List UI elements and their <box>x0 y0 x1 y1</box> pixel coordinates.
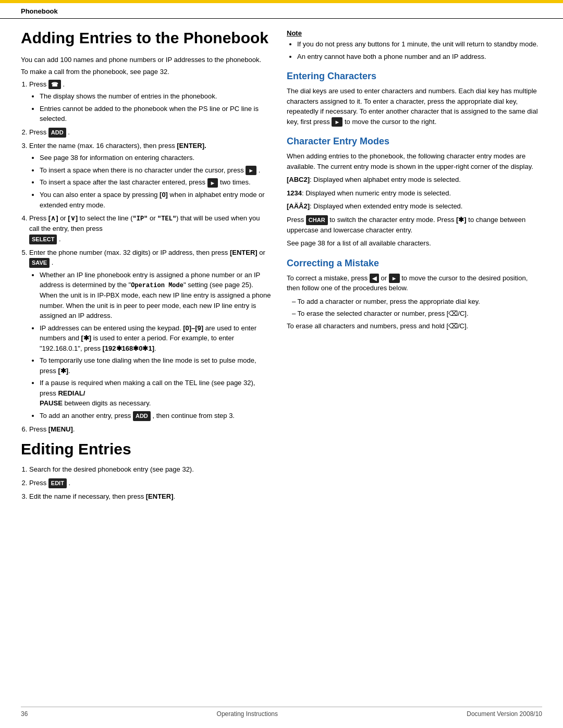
left-arrow-key: ◀ <box>370 274 379 283</box>
editing-step-1: Search for the desired phonebook entry (… <box>29 464 271 475</box>
footer-center: Operating Instructions <box>217 710 278 718</box>
note-bullet-1: If you do not press any buttons for 1 mi… <box>297 39 542 50</box>
editing-title: Editing Entries <box>21 440 271 458</box>
entering-characters-body: The dial keys are used to enter characte… <box>287 86 542 127</box>
step-5-bullet-2: IP addresses can be entered using the ke… <box>40 323 271 354</box>
footer-right: Document Version 2008/10 <box>467 710 542 718</box>
footer: 36 Operating Instructions Document Versi… <box>21 707 542 718</box>
right-arrow-key-2: ► <box>207 178 218 188</box>
content-area: Adding Entries to the Phonebook You can … <box>0 19 563 516</box>
intro-1: You can add 100 names and phone numbers … <box>21 55 271 65</box>
step-2-text: Press ADD . <box>29 128 70 136</box>
footer-page-num: 36 <box>21 710 28 718</box>
note-bullets: If you do not press any buttons for 1 mi… <box>287 39 542 61</box>
step-5-bullet-4: If a pause is required when making a cal… <box>40 378 271 409</box>
right-arrow-key-4: ► <box>389 274 400 283</box>
editing-step-2-text: Press EDIT . <box>29 479 70 487</box>
left-column: Adding Entries to the Phonebook You can … <box>21 29 271 505</box>
intro-2: To make a call from the phonebook, see p… <box>21 67 271 77</box>
step-5-bullets: Whether an IP line phonebook entry is as… <box>29 270 271 421</box>
note-box: Note If you do not press any buttons for… <box>287 29 542 61</box>
step-3-bullets: See page 38 for information on entering … <box>29 153 271 210</box>
save-key: SAVE <box>29 258 50 268</box>
page: Phonebook Adding Entries to the Phoneboo… <box>0 0 563 728</box>
editing-step-3: Edit the name if necessary, then press [… <box>29 491 271 502</box>
correcting-dash-2: To erase the selected character or numbe… <box>292 309 542 319</box>
page-title: Adding Entries to the Phonebook <box>21 29 271 47</box>
header: Phonebook <box>0 3 563 19</box>
correcting-mistake-section: Correcting a Mistake To correct a mistak… <box>287 258 542 331</box>
step-4: Press [∧] or [∨] to select the line ("IP… <box>29 213 271 244</box>
step-3-bullet-1: See page 38 for information on entering … <box>40 153 271 163</box>
char-mode-footer1: Press CHAR to switch the character entry… <box>287 215 542 235</box>
select-key: SELECT <box>29 235 57 244</box>
character-entry-modes-title: Character Entry Modes <box>287 136 542 147</box>
add-key: ADD <box>48 128 66 138</box>
right-arrow-key-3: ► <box>332 117 342 127</box>
editing-steps-list: Search for the desired phonebook entry (… <box>21 464 271 501</box>
correcting-dash-1: To add a character or number, press the … <box>292 297 542 307</box>
phonebook-key: ☎ <box>48 80 61 90</box>
character-entry-modes-section: Character Entry Modes When adding entrie… <box>287 136 542 248</box>
edit-key: EDIT <box>48 478 67 488</box>
char-mode-footer2: See page 38 for a list of all available … <box>287 238 542 249</box>
step-3: Enter the name (max. 16 characters), the… <box>29 141 271 211</box>
step-3-bullet-3: To insert a space after the last charact… <box>40 177 271 188</box>
step-3-bullet-4: You can also enter a space by pressing [… <box>40 190 271 210</box>
header-label: Phonebook <box>21 7 58 15</box>
step-1-bullet-1: The display shows the number of entries … <box>40 91 271 102</box>
editing-step-2: Press EDIT . <box>29 478 271 488</box>
right-column: Note If you do not press any buttons for… <box>287 29 542 505</box>
main-steps-list: Press ☎ . The display shows the number o… <box>21 79 271 435</box>
step-6-text: Press [MENU]. <box>29 425 75 433</box>
right-arrow-key-1: ► <box>246 166 256 176</box>
entering-characters-section: Entering Characters The dial keys are us… <box>287 71 542 127</box>
correcting-dash-list: To add a character or number, press the … <box>287 297 542 319</box>
editing-step-3-text: Edit the name if necessary, then press [… <box>29 492 175 500</box>
step-5: Enter the phone number (max. 32 digits) … <box>29 248 271 421</box>
step-5-text: Enter the phone number (max. 32 digits) … <box>29 249 265 267</box>
entering-characters-title: Entering Characters <box>287 71 542 82</box>
editing-step-1-text: Search for the desired phonebook entry (… <box>29 465 194 473</box>
step-1-text: Press ☎ . <box>29 80 65 88</box>
step-6: Press [MENU]. <box>29 424 271 435</box>
step-5-bullet-5: To add an another entry, press ADD , the… <box>40 411 271 421</box>
step-4-text: Press [∧] or [∨] to select the line ("IP… <box>29 214 260 243</box>
add-key-2: ADD <box>133 411 151 421</box>
extended-entry: [AÄÂ2]: Displayed when extended entry mo… <box>287 201 542 212</box>
step-1-bullet-2: Entries cannot be added to the phonebook… <box>40 104 271 124</box>
1234-entry: 1234: Displayed when numeric entry mode … <box>287 188 542 199</box>
note-label: Note <box>287 29 542 37</box>
step-1: Press ☎ . The display shows the number o… <box>29 79 271 124</box>
character-entry-modes-intro: When adding entries to the phonebook, th… <box>287 151 542 171</box>
abc2-entry: [ABC2]: Displayed when alphabet entry mo… <box>287 175 542 185</box>
step-3-bullet-2: To insert a space when there is no chara… <box>40 165 271 176</box>
step-3-text: Enter the name (max. 16 characters), the… <box>29 142 206 150</box>
note-bullet-2: An entry cannot have both a phone number… <box>297 52 542 62</box>
editing-section: Editing Entries Search for the desired p… <box>21 440 271 501</box>
step-5-bullet-1: Whether an IP line phonebook entry is as… <box>40 270 271 321</box>
correcting-mistake-intro: To correct a mistake, press ◀ or ► to mo… <box>287 273 542 293</box>
step-1-bullets: The display shows the number of entries … <box>29 91 271 124</box>
correcting-footer: To erase all characters and numbers, pre… <box>287 321 542 331</box>
char-key: CHAR <box>306 215 328 225</box>
step-2: Press ADD . <box>29 127 271 138</box>
correcting-mistake-title: Correcting a Mistake <box>287 258 542 269</box>
step-5-bullet-3: To temporarily use tone dialing when the… <box>40 355 271 376</box>
